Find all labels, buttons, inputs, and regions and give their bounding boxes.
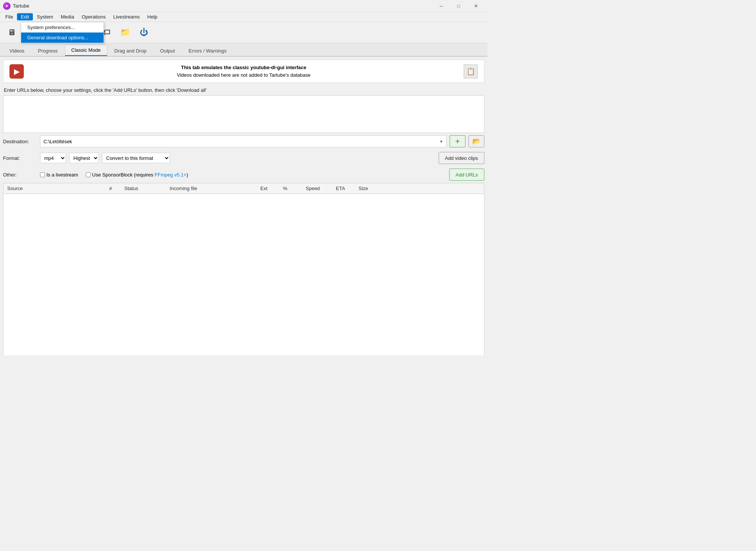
banner-line1: This tab emulates the classic youtube-dl…	[28, 64, 460, 71]
menu-bar: File Edit System Media Operations Livest…	[0, 12, 487, 22]
power-icon: ⏻	[140, 28, 148, 37]
add-video-clips-button[interactable]: Add video clips	[439, 152, 484, 164]
menu-help[interactable]: Help	[144, 13, 161, 20]
app-icon	[3, 2, 11, 10]
sponsorblock-checkbox-item: Use SponsorBlock (requires FFmpeg v5.1+)	[86, 172, 188, 178]
livestream-label: Is a livestream	[46, 172, 78, 178]
destination-row: Destination: C:\Letöltések ▼ + 📂	[0, 133, 487, 150]
col-source: Source	[6, 185, 108, 192]
col-speed: Speed	[304, 185, 334, 192]
menu-file[interactable]: File	[2, 13, 17, 20]
url-input[interactable]	[3, 95, 484, 133]
quality-select[interactable]: Highest 1080p 720p 480p 360p	[69, 153, 99, 163]
col-status: Status	[123, 185, 168, 192]
database-icon: 🖥	[8, 28, 16, 37]
tab-drag-drop[interactable]: Drag and Drop	[108, 45, 153, 56]
table-header: Source # Status Incoming file Ext % Spee…	[3, 183, 484, 194]
menu-livestreams[interactable]: Livestreams	[110, 13, 144, 20]
tartube-logo: ▶	[9, 64, 24, 79]
folder-red-button[interactable]: 📁	[116, 24, 134, 41]
folder-red-icon: 📁	[120, 28, 130, 37]
minimize-button[interactable]: ─	[433, 0, 450, 12]
menu-system[interactable]: System	[33, 13, 57, 20]
format-row: Format: mp4 mkv webm avi mp3 Highest 108…	[0, 150, 487, 166]
tab-bar: Videos Progress Classic Mode Drag and Dr…	[0, 43, 487, 57]
menu-operations[interactable]: Operations	[78, 13, 110, 20]
col-ext: Ext	[259, 185, 281, 192]
destination-value: C:\Letöltések	[43, 139, 72, 144]
table-body	[3, 194, 484, 269]
open-destination-button[interactable]: 📂	[468, 135, 484, 147]
window-controls: ─ □ ✕	[433, 0, 484, 12]
close-button[interactable]: ✕	[468, 0, 484, 12]
col-size: Size	[357, 185, 387, 192]
info-banner: ▶ This tab emulates the classic youtube-…	[3, 60, 484, 83]
col-num: #	[108, 185, 123, 192]
format-select[interactable]: mp4 mkv webm avi mp3	[40, 153, 66, 163]
sponsorblock-label: Use SponsorBlock (requires FFmpeg v5.1+)	[92, 172, 188, 178]
edit-dropdown: System preferences... General download o…	[21, 22, 104, 43]
banner-text: This tab emulates the classic youtube-dl…	[28, 64, 460, 79]
destination-dropdown[interactable]: C:\Letöltések ▼	[40, 135, 447, 147]
download-table: Source # Status Incoming file Ext % Spee…	[3, 183, 484, 355]
convert-select[interactable]: Convert to this format	[102, 153, 170, 163]
main-content: ▶ This tab emulates the classic youtube-…	[0, 57, 487, 355]
livestream-checkbox[interactable]	[40, 172, 45, 177]
dropdown-arrow-icon: ▼	[439, 139, 443, 144]
format-label: Format:	[3, 155, 37, 161]
instructions-text: Enter URLs below, choose your settings, …	[0, 86, 487, 95]
other-row: Other: Is a livestream Use SponsorBlock …	[0, 166, 487, 183]
add-destination-button[interactable]: +	[450, 135, 465, 147]
system-preferences-item[interactable]: System preferences...	[21, 22, 104, 33]
power-button[interactable]: ⏻	[135, 24, 153, 41]
banner-line2: Videos downloaded here are not added to …	[28, 71, 460, 79]
tab-videos[interactable]: Videos	[3, 45, 31, 56]
title-bar: Tartube ─ □ ✕	[0, 0, 487, 12]
add-urls-button[interactable]: Add URLs	[449, 169, 484, 181]
other-label: Other:	[3, 172, 37, 178]
destination-label: Destination:	[3, 139, 37, 144]
livestream-checkbox-item: Is a livestream	[40, 172, 78, 178]
menu-media[interactable]: Media	[57, 13, 78, 20]
app-title: Tartube	[13, 3, 433, 9]
general-download-options-item[interactable]: General download options...	[21, 33, 104, 43]
tab-output[interactable]: Output	[154, 45, 181, 56]
tab-progress[interactable]: Progress	[32, 45, 64, 56]
col-percent: %	[281, 185, 304, 192]
tab-classic-mode[interactable]: Classic Mode	[65, 45, 107, 56]
col-eta: ETA	[334, 185, 357, 192]
menu-edit[interactable]: Edit	[17, 13, 33, 20]
sponsorblock-checkbox[interactable]	[86, 172, 91, 177]
maximize-button[interactable]: □	[450, 0, 467, 12]
col-incoming: Incoming file	[168, 185, 259, 192]
tab-errors[interactable]: Errors / Warnings	[182, 45, 233, 56]
help-doc-button[interactable]: 📋	[464, 64, 478, 79]
database-button[interactable]: 🖥	[3, 24, 20, 41]
